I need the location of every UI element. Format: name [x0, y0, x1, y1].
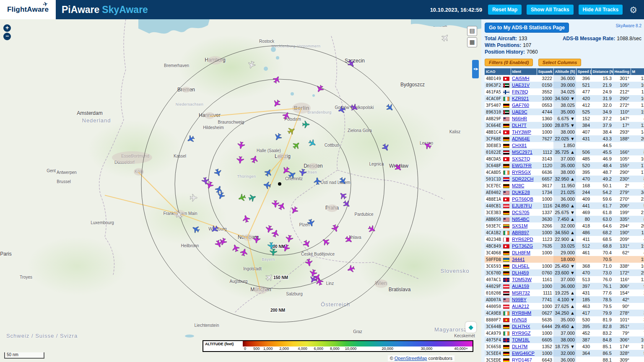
map-provider-logo[interactable]: ◆ [465, 322, 476, 333]
table-row[interactable]: 501C1DSDR22CH665732.950 ▲47049.2230°8 [485, 176, 644, 182]
aircraft-icon[interactable] [253, 236, 260, 243]
ident-link[interactable]: MSR732 [512, 290, 530, 295]
aircraft-icon[interactable] [186, 134, 195, 144]
ident-link[interactable]: SXS1M [512, 223, 527, 228]
aircraft-icon[interactable] [307, 138, 317, 148]
ident-link[interactable]: FIN78Q [512, 89, 528, 94]
column-header-m[interactable]: M [631, 68, 644, 75]
ident-link[interactable]: DLH5EL [512, 264, 530, 269]
table-row[interactable]: 440050AUA212100027.625 ▲46379.590° [485, 303, 644, 310]
aircraft-icon[interactable] [263, 181, 271, 189]
table-row[interactable]: AE0402DUKE28173421.02524454.2279°34 [485, 189, 644, 196]
table-row[interactable]: 4CA8D5RYR5GX663638.00039548.7290°17 [485, 169, 644, 176]
aircraft-icon[interactable] [299, 168, 306, 177]
aircraft-icon[interactable] [314, 177, 321, 185]
aircraft-icon[interactable] [210, 224, 220, 234]
aircraft-icon[interactable] [272, 98, 282, 109]
aircraft-icon[interactable] [213, 168, 223, 177]
aircraft-icon[interactable] [346, 264, 356, 274]
table-row[interactable]: 4BD149CAI5MH322236.00039615.3301°13 [485, 75, 644, 82]
table-row[interactable]: 4BC849PGT36ZG763533.02551268.8131°19 [485, 243, 644, 249]
aircraft-icon[interactable] [265, 225, 274, 234]
aircraft-icon[interactable] [247, 60, 256, 70]
table-row[interactable]: 4B8E1APGT66QB100036.00040959.6270°23 [485, 196, 644, 202]
ident-link[interactable]: M28C [512, 183, 524, 188]
ident-link[interactable]: DUKE28 [512, 190, 530, 195]
ident-link[interactable]: UAE31V [512, 83, 530, 88]
column-header-ident[interactable]: Ident [511, 68, 537, 75]
ident-link[interactable]: CAI5MH [512, 76, 530, 81]
ident-link[interactable]: N854BC [512, 217, 530, 222]
table-row[interactable]: 3C6658DLH7M135218.725 ▼43085.1174°19 [485, 343, 644, 350]
ident-link[interactable]: EJU87FU [512, 203, 532, 208]
hide-all-tracks-button[interactable]: Hide All Tracks [579, 5, 623, 15]
aircraft-icon[interactable] [271, 229, 280, 238]
table-row[interactable]: 896310UAE9C474435.00052534.9110°15 [485, 109, 644, 115]
ident-link[interactable]: PGT36ZG [512, 243, 533, 248]
map-grid-button[interactable]: ▦ [467, 37, 477, 47]
ident-link[interactable]: THY3WP [512, 129, 531, 134]
ident-link[interactable]: RYR5GX [512, 170, 531, 175]
ident-link[interactable]: PGT66QB [512, 197, 533, 202]
table-row[interactable]: ABB650N854BC36307.450 ▲8063.0335°8 [485, 216, 644, 222]
table-row[interactable]: 3CF68EADN64E762722.025 ▼43143.3188°20 [485, 135, 644, 142]
column-header-squawk[interactable]: Squawk [537, 68, 553, 75]
skyaware-version-link[interactable]: SkyAware 8.2 [615, 23, 641, 28]
flightaware-logo[interactable]: ✈ FlightAware [0, 0, 56, 19]
ident-link[interactable]: ABR897 [512, 230, 529, 235]
zoom-in-button[interactable]: + [3, 24, 11, 32]
table-row[interactable]: 3DE8E3CHX811.85044.5 [485, 142, 644, 149]
aircraft-icon[interactable] [338, 176, 348, 186]
ident-link[interactable]: RYD1467 [512, 357, 532, 362]
table-row[interactable]: 50FFD83444118.00070.515 [485, 256, 644, 263]
table-row[interactable]: 3C648FEWG7FR112035.00052048.4155°17 [485, 162, 644, 169]
aircraft-icon[interactable] [337, 105, 346, 114]
table-row[interactable]: 3C5EDERYD1467664336.00088.1309° [485, 357, 644, 362]
ident-link[interactable]: AUA159 [512, 284, 529, 289]
table-row[interactable]: 44029FAUA159100036.00039776.1306°9 [485, 283, 644, 290]
table-row[interactable]: 4CA9E8RYR8HM062734.250 ▲41779.9278°3 [485, 310, 644, 316]
select-columns-button[interactable]: Select Columns [538, 59, 582, 66]
aircraft-icon[interactable] [289, 205, 299, 215]
table-row[interactable]: 8880F7HVN18563535.00053081.9101°3 [485, 316, 644, 323]
table-row[interactable]: 8963F2UAE31V015039.00052121.9105°10 [485, 82, 644, 88]
aircraft-icon[interactable] [191, 224, 200, 234]
aircraft-icon[interactable] [281, 165, 291, 176]
ident-link[interactable]: 34441 [512, 257, 525, 262]
aircraft-icon[interactable] [285, 235, 293, 243]
map-layers-button[interactable]: ▤ [467, 26, 477, 36]
table-row[interactable]: 3CE3B3DCS705133725.675 ▼46961.8199°21 [485, 209, 644, 216]
ident-link[interactable]: RYR62PD [512, 237, 533, 242]
ident-link[interactable]: SDR22CH [512, 176, 533, 181]
table-row[interactable]: 4D234BRYR62PD112322.900 ▲41168.5209°4 [485, 236, 644, 243]
table-row[interactable]: 4CA979RYR9GZ100037.00045283.279°7 [485, 330, 644, 336]
aircraft-icon[interactable] [231, 243, 240, 253]
ident-link[interactable]: DLH8FM [512, 250, 530, 255]
table-row[interactable]: 407AC1TOM53W116137.00051376.0116°12 [485, 276, 644, 283]
aircraft-icon[interactable] [338, 191, 348, 201]
aircraft-icon[interactable] [440, 33, 450, 43]
ident-link[interactable]: UAE9C [512, 109, 527, 114]
column-header-distance-nm-[interactable]: Distance (NM) [591, 68, 613, 75]
column-header-icao[interactable]: ICAO [485, 68, 511, 75]
table-row[interactable]: 3C6593DLH5EL100025.450 ▼36871.0338°16 [485, 263, 644, 269]
aircraft-icon[interactable] [423, 140, 432, 150]
map[interactable]: HamburgBremerhavenRostockMecklenburg-Vor… [0, 19, 481, 362]
aircraft-icon[interactable] [237, 141, 245, 150]
ident-link[interactable]: GAF760 [512, 103, 529, 108]
aircraft-icon[interactable] [367, 224, 377, 234]
ident-link[interactable]: DCS705 [512, 210, 530, 215]
table-row[interactable]: ADD07AN99BY77414.100 ▼18578.542° [485, 296, 644, 303]
aircraft-icon[interactable] [273, 132, 283, 142]
aircraft-icon[interactable] [302, 239, 312, 248]
column-header-altitude-ft-[interactable]: Altitude (ft) [553, 68, 576, 75]
table-row[interactable]: 4CAC0FKZR921100034.500 ▼42031.9290°16 [485, 95, 644, 102]
aircraft-icon[interactable] [291, 140, 301, 150]
ident-link[interactable]: MSC2971 [512, 150, 532, 155]
aircraft-icon[interactable] [264, 272, 274, 282]
settings-gear-icon[interactable]: ⚙ [629, 5, 637, 14]
aircraft-icon[interactable] [248, 193, 257, 202]
table-row[interactable]: 3C644BDLH7HX644429.450 ▲39582.8351°1 [485, 323, 644, 330]
table-row[interactable]: 010208MSR732111119.225 ▲43177.6154°2 [485, 290, 644, 296]
aircraft-icon[interactable] [190, 194, 197, 202]
